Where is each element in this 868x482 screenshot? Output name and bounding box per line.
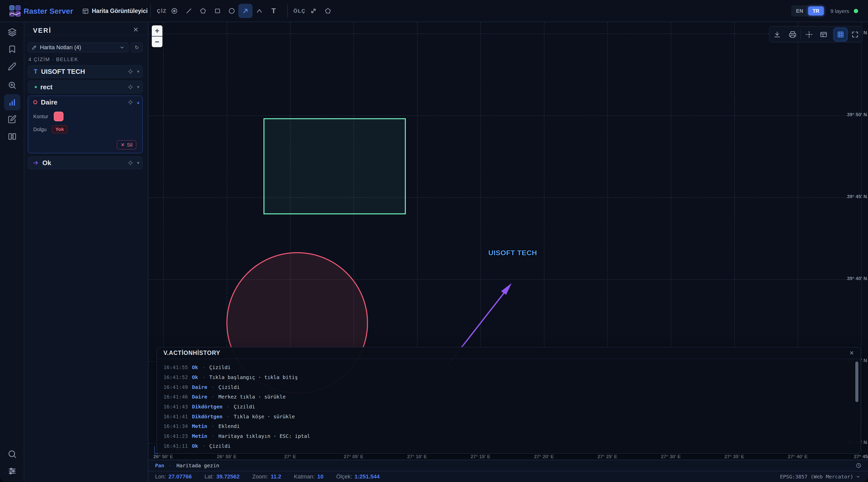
map-toolbar: [769, 26, 862, 42]
close-icon[interactable]: ✕: [849, 350, 854, 356]
panel-divider: [24, 35, 149, 35]
measure-area-icon[interactable]: [322, 5, 334, 17]
language-tr-button[interactable]: TR: [808, 6, 824, 15]
status-dot: [854, 9, 858, 13]
history-entry: 16:41:49Daire·Çizildi: [163, 382, 854, 392]
mode-hint: Haritada gezin: [176, 462, 219, 469]
drawing-item-point[interactable]: rect ▾: [28, 81, 143, 93]
drawing-item-circle-expanded: Daire ▴ Kontur Dolgu Yok ✕ Sil: [28, 96, 143, 153]
mode-separator: ·: [169, 462, 172, 469]
zoom-to-feature-icon[interactable]: [127, 68, 133, 74]
close-icon[interactable]: ✕: [133, 26, 138, 34]
drawing-item-circle-header[interactable]: Daire ▴: [28, 96, 143, 108]
topbar-divider: [287, 5, 288, 17]
locate-icon[interactable]: [805, 31, 813, 38]
lon-label: 27° 25' E: [590, 454, 625, 459]
attribute-table-icon[interactable]: [820, 31, 827, 38]
curve-tool-button[interactable]: [253, 5, 265, 17]
rectangle-tool-button[interactable]: [212, 5, 223, 17]
map-text-annotation[interactable]: UISOFT TECH: [482, 249, 543, 257]
point-tool-button[interactable]: [168, 5, 180, 17]
grid-toggle-icon[interactable]: [834, 28, 847, 41]
edit-note-icon[interactable]: [0, 115, 24, 124]
compare-split-icon[interactable]: [0, 132, 24, 141]
projection-label: EPSG:3857 (Web Mercator): [780, 474, 853, 480]
chevron-down-icon[interactable]: ▾: [137, 84, 140, 90]
measure-group-label: ÖLÇ: [293, 0, 306, 22]
action-history-title: V.ACTİONHİSTORY: [163, 350, 220, 356]
action-history-panel: V.ACTİONHİSTORY ✕ 16:41:55Ok·Çizildi 16:…: [157, 347, 861, 454]
zoom-in-button[interactable]: +: [152, 25, 162, 36]
drawing-item-label: Daire: [41, 98, 57, 106]
lon-label: 27° 05' E: [336, 454, 371, 459]
download-icon[interactable]: [773, 31, 781, 38]
delete-button[interactable]: ✕ Sil: [117, 140, 136, 150]
chevron-down-icon[interactable]: ▾: [137, 160, 140, 166]
search-icon[interactable]: [0, 450, 24, 459]
history-entry: 16:41:41Dikdörtgen·Tıkla köşe · sürükle: [163, 412, 854, 421]
layers-icon[interactable]: [0, 28, 24, 37]
chevron-down-icon: [120, 45, 125, 50]
history-entry: 16:41:11Ok·Çizildi: [163, 441, 854, 451]
source-select-value: Harita Notları (4): [40, 44, 117, 51]
drawing-item-label: UISOFT TECH: [41, 68, 85, 75]
toolbar-divider: [833, 29, 833, 39]
bookmark-icon[interactable]: [0, 45, 24, 54]
language-en-button[interactable]: EN: [791, 8, 808, 14]
draw-pencil-icon[interactable]: [0, 62, 24, 71]
action-history-list[interactable]: 16:41:55Ok·Çizildi 16:41:52Ok·Tıkla başl…: [157, 359, 861, 451]
print-icon[interactable]: [789, 31, 797, 38]
panel-title: VERİ: [33, 27, 52, 34]
chevron-up-icon[interactable]: ▴: [137, 99, 140, 105]
arrow-type-icon: [33, 160, 39, 166]
clock-icon[interactable]: [856, 463, 861, 468]
settings-sliders-icon[interactable]: [0, 467, 24, 476]
circle-type-icon: [33, 100, 37, 104]
drawing-item-arrow[interactable]: Ok ▾: [28, 157, 143, 169]
lon-label: 27° E: [272, 454, 308, 459]
app-window: UISOFT TECH 39° 55' N 39° 50' N 39° 45' …: [0, 0, 868, 482]
stroke-color-label: Kontur: [33, 114, 48, 120]
status-scale: Ölçek:1:251.544: [336, 473, 379, 480]
lat-label: 39° 50' N: [830, 112, 868, 118]
history-entry: 16:41:46Daire·Merkez tıkla · sürükle: [163, 392, 854, 402]
stroke-color-swatch[interactable]: [54, 111, 63, 121]
polygon-tool-button[interactable]: [197, 5, 209, 17]
zoom-to-feature-icon[interactable]: [127, 160, 133, 166]
history-entry: 16:41:23Metin·Haritaya tıklayın · ESC: i…: [163, 431, 854, 441]
drawing-item-label: Ok: [42, 159, 51, 167]
line-tool-button[interactable]: [183, 5, 195, 17]
zoom-search-icon[interactable]: [0, 81, 24, 90]
text-tool-button[interactable]: T: [268, 5, 279, 17]
drawing-item-text[interactable]: T UISOFT TECH ▾: [28, 65, 143, 78]
zoom-out-button[interactable]: −: [152, 36, 162, 47]
circle-tool-button[interactable]: [226, 5, 238, 17]
annotation-source-select[interactable]: Harita Notları (4): [28, 43, 128, 52]
arrow-tool-button-active[interactable]: [238, 4, 252, 18]
lon-label: 27° 45' E: [846, 454, 868, 459]
history-scrollbar[interactable]: [855, 361, 858, 402]
viewer-tab[interactable]: Harita Görüntüleyici: [82, 0, 148, 22]
mode-label: Pan: [155, 462, 164, 469]
refresh-button[interactable]: ↻: [131, 43, 143, 52]
fullscreen-icon[interactable]: [851, 31, 859, 38]
fill-label: Dolgu: [33, 127, 46, 132]
chart-panel-icon-active[interactable]: [4, 94, 20, 110]
top-bar: Raster Server Harita Görüntüleyici ÇİZ T: [0, 0, 868, 22]
map-zoom-control: + −: [152, 25, 162, 47]
app-logo-icon: [9, 5, 21, 17]
rectangle-shape[interactable]: [264, 119, 405, 214]
lon-label: 26° 55' E: [209, 454, 244, 459]
zoom-to-feature-icon[interactable]: [127, 99, 133, 105]
chevron-down-icon[interactable]: ▾: [137, 69, 140, 74]
projection-select[interactable]: EPSG:3857 (Web Mercator): [780, 474, 860, 480]
measure-distance-icon[interactable]: [308, 5, 319, 17]
arrow-head[interactable]: [501, 283, 512, 295]
zoom-to-feature-icon[interactable]: [127, 84, 133, 90]
history-entry: 16:41:43Dikdörtgen·Çizildi: [163, 402, 854, 412]
lon-label: 27° 30' E: [653, 454, 688, 459]
fill-value-badge[interactable]: Yok: [52, 125, 67, 133]
status-lat: Lat:39.72562: [205, 473, 240, 480]
language-toggle: EN TR: [791, 5, 825, 17]
lon-label: 27° 40' E: [780, 454, 815, 459]
